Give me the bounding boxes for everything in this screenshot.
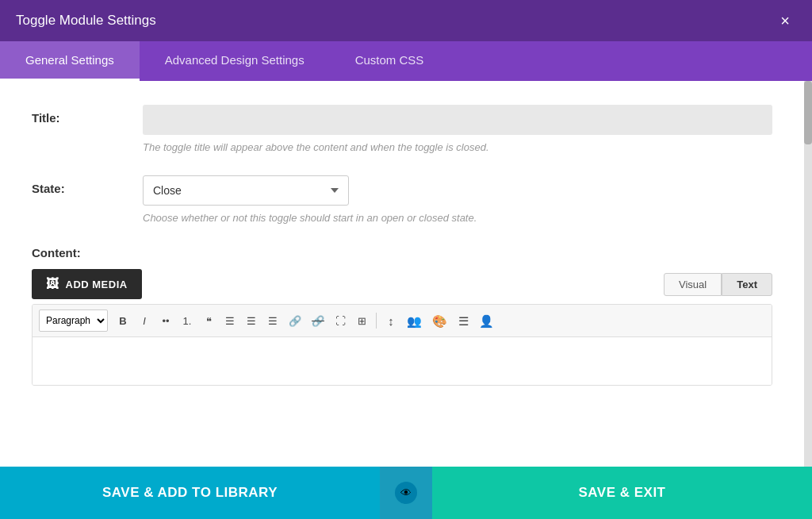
align-right-button[interactable]: ☰ (263, 313, 282, 329)
toolbar-extra5[interactable]: 👤 (475, 313, 498, 329)
eye-icon: 👁 (400, 486, 412, 499)
unordered-list-button[interactable]: •• (156, 313, 175, 329)
content-label: Content: (32, 246, 772, 260)
editor-toolbar: Paragraph B I •• 1. ❝ ☰ ☰ ☰ 🔗 🔗 ⛶ ⊞ (33, 305, 772, 337)
content-section: Content: 🖼 ADD MEDIA Visual Text Paragra (32, 246, 772, 386)
visual-button[interactable]: Visual (664, 273, 722, 296)
editor-toolbar-top: 🖼 ADD MEDIA Visual Text (32, 269, 772, 299)
title-help-text: The toggle title will appear above the c… (143, 141, 772, 153)
bold-button[interactable]: B (113, 313, 132, 329)
save-add-to-library-button[interactable]: Save & Add To Library (0, 467, 380, 519)
italic-button[interactable]: I (135, 313, 154, 329)
modal-body: Title: The toggle title will appear abov… (0, 81, 804, 467)
editor-wrapper: Paragraph B I •• 1. ❝ ☰ ☰ ☰ 🔗 🔗 ⛶ ⊞ (32, 304, 772, 386)
toolbar-extra2[interactable]: 👥 (403, 313, 426, 329)
title-label: Title: (32, 105, 143, 125)
scrollbar-thumb[interactable] (804, 81, 812, 144)
state-control-wrap: Close Open Choose whether or not this to… (143, 175, 772, 224)
modal-body-wrap: Title: The toggle title will appear abov… (0, 81, 812, 467)
toolbar-divider (376, 313, 377, 329)
save-exit-button[interactable]: Save & Exit (432, 467, 812, 519)
title-field-row: Title: The toggle title will appear abov… (32, 105, 772, 153)
title-input[interactable] (143, 105, 772, 135)
add-media-icon: 🖼 (46, 277, 59, 291)
toolbar-extra3[interactable]: 🎨 (428, 313, 451, 329)
modal-container: Toggle Module Settings × General Setting… (0, 0, 812, 519)
tab-advanced-design-settings[interactable]: Advanced Design Settings (140, 41, 330, 81)
eye-icon-wrapper: 👁 (395, 482, 417, 504)
state-field-row: State: Close Open Choose whether or not … (32, 175, 772, 224)
table-button[interactable]: ⊞ (352, 313, 371, 329)
text-button[interactable]: Text (722, 273, 772, 296)
link-button[interactable]: 🔗 (285, 313, 305, 329)
state-select[interactable]: Close Open (143, 175, 349, 206)
add-media-button[interactable]: 🖼 ADD MEDIA (32, 269, 142, 299)
toolbar-extra4[interactable]: ☰ (454, 313, 473, 329)
fullscreen-button[interactable]: ⛶ (331, 313, 350, 329)
tab-general-settings[interactable]: General Settings (0, 41, 140, 81)
ordered-list-button[interactable]: 1. (178, 313, 197, 329)
modal-close-button[interactable]: × (774, 10, 796, 32)
align-center-button[interactable]: ☰ (242, 313, 261, 329)
modal-footer: Save & Add To Library 👁 Save & Exit (0, 467, 812, 519)
modal-title: Toggle Module Settings (16, 13, 156, 29)
unlink-button[interactable]: 🔗 (308, 313, 328, 329)
blockquote-button[interactable]: ❝ (199, 313, 218, 329)
align-left-button[interactable]: ☰ (220, 313, 239, 329)
state-label: State: (32, 175, 143, 195)
tab-bar: General Settings Advanced Design Setting… (0, 41, 812, 81)
paragraph-select[interactable]: Paragraph (39, 309, 108, 332)
visual-text-toggle: Visual Text (664, 273, 772, 296)
title-control-wrap: The toggle title will appear above the c… (143, 105, 772, 153)
preview-button[interactable]: 👁 (380, 467, 432, 519)
state-help-text: Choose whether or not this toggle should… (143, 212, 772, 224)
tab-custom-css[interactable]: Custom CSS (330, 41, 450, 81)
modal-header: Toggle Module Settings × (0, 0, 812, 41)
editor-content-area[interactable] (33, 337, 772, 385)
toolbar-extra1[interactable]: ↕ (381, 313, 400, 329)
scrollbar-track[interactable] (804, 81, 812, 467)
